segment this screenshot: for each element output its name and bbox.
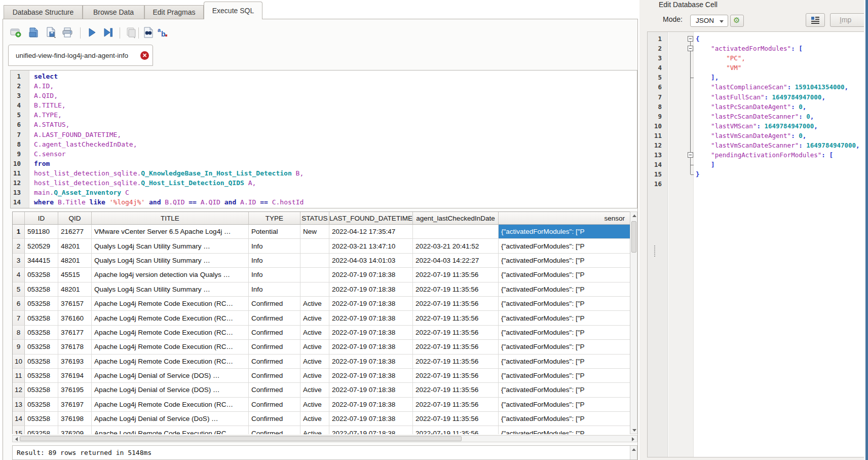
cell-last_found[interactable]: 2022-03-21 13:47:10 [329, 239, 413, 253]
cell-id[interactable]: 053258 [25, 311, 58, 325]
cell-agent_checked[interactable]: 2022-07-19 11:35:56 [413, 369, 499, 383]
cell-status[interactable]: Active [300, 369, 329, 383]
cell-last_found[interactable]: 2022-07-19 07:18:38 [329, 412, 413, 426]
cell-qid[interactable]: 376194 [58, 369, 92, 383]
cell-agent_checked[interactable]: 2022-07-19 11:35:56 [413, 340, 499, 354]
cell-sensor[interactable]: {"activatedForModules": ["P [499, 268, 630, 282]
cell-status[interactable]: Active [300, 340, 329, 354]
cell-qid[interactable]: 376195 [58, 383, 92, 397]
cell-status[interactable]: Active [300, 412, 329, 426]
apply-button[interactable]: ⚙ [730, 15, 744, 27]
cell-last_found[interactable]: 2022-07-19 07:18:38 [329, 297, 413, 311]
cell-title[interactable]: Apache Log4j Remote Code Execution (RC… [92, 398, 249, 412]
row-header[interactable]: 10 [13, 355, 25, 369]
scroll-right-icon[interactable] [632, 437, 634, 441]
cell-agent_checked[interactable]: 2022-07-19 11:35:56 [413, 398, 499, 412]
cell-type[interactable]: Potential [249, 225, 300, 239]
open-sql-file-icon[interactable] [28, 26, 40, 39]
cell-sensor[interactable]: {"activatedForModules": ["P [499, 383, 630, 397]
cell-type[interactable]: Confirmed [249, 398, 300, 412]
cell-type[interactable]: Confirmed [249, 297, 300, 311]
auto-complete-icon[interactable]: ab [156, 26, 168, 39]
cell-id[interactable]: 053258 [25, 398, 58, 412]
cell-title[interactable]: Qualys Log4j Scan Utility Summary … [92, 254, 249, 268]
tab-database-structure[interactable]: Database Structure [4, 5, 83, 19]
result-box-scrollbar[interactable] [630, 446, 637, 459]
cell-title[interactable]: Qualys Log4j Scan Utility Summary … [92, 239, 249, 253]
row-header[interactable]: 15 [13, 426, 25, 434]
cell-type[interactable]: Info [249, 239, 300, 253]
cell-status[interactable]: Active [300, 311, 329, 325]
cell-type[interactable]: Confirmed [249, 426, 300, 434]
cell-agent_checked[interactable]: 2022-07-19 11:35:56 [413, 426, 499, 434]
scroll-up-icon[interactable] [632, 215, 636, 217]
cell-last_found[interactable]: 2022-07-19 07:18:38 [329, 326, 413, 340]
cell-id[interactable]: 344415 [25, 254, 58, 268]
row-header[interactable]: 8 [13, 326, 25, 340]
cell-agent_checked[interactable]: 2022-07-19 11:35:56 [413, 355, 499, 369]
cell-type[interactable]: Info [249, 254, 300, 268]
cell-sensor[interactable]: {"activatedForModules": ["P [499, 282, 630, 297]
results-vscroll-thumb[interactable] [631, 221, 636, 253]
cell-title[interactable]: Apache Log4j Remote Code Execution (RC… [92, 297, 249, 311]
mode-combobox[interactable]: JSON [690, 15, 728, 27]
cell-title[interactable]: Apache Log4j Remote Code Execution (RC… [92, 426, 249, 434]
cell-sensor[interactable]: {"activatedForModules": ["P [499, 311, 630, 325]
column-header-rownum[interactable] [13, 212, 25, 225]
cell-title[interactable]: Apache Log4j Remote Code Execution (RC… [92, 340, 249, 354]
close-icon[interactable]: ✕ [140, 51, 149, 60]
cell-agent_checked[interactable]: 2022-07-19 11:35:56 [413, 412, 499, 426]
text-format-button[interactable] [806, 13, 825, 27]
row-header[interactable]: 13 [13, 398, 25, 412]
cell-agent_checked[interactable]: 2022-07-19 11:35:56 [413, 268, 499, 282]
cell-last_found[interactable]: 2022-07-19 07:18:38 [329, 369, 413, 383]
cell-last_found[interactable]: 2022-04-12 17:35:47 [329, 225, 413, 239]
cell-qid[interactable]: 376209 [58, 426, 92, 434]
row-header[interactable]: 9 [13, 340, 25, 354]
cell-sensor[interactable]: {"activatedForModules": ["P [499, 355, 630, 369]
cell-last_found[interactable]: 2022-04-03 14:01:03 [329, 254, 413, 268]
cell-sensor[interactable]: {"activatedForModules": ["P [499, 412, 630, 426]
results-vertical-scrollbar[interactable] [630, 211, 637, 434]
row-header[interactable]: 11 [13, 369, 25, 383]
execute-all-icon[interactable] [86, 26, 98, 39]
cell-sensor[interactable]: {"activatedForModules": ["P [499, 340, 630, 354]
column-header-qid[interactable]: QID [58, 212, 92, 225]
cell-qid[interactable]: 376178 [58, 340, 92, 354]
cell-id[interactable]: 591180 [25, 225, 58, 239]
cell-sensor[interactable]: {"activatedForModules": ["P [499, 225, 630, 239]
cell-agent_checked[interactable]: 2022-03-21 20:41:52 [413, 239, 499, 253]
cell-id[interactable]: 053258 [25, 282, 58, 297]
cell-last_found[interactable]: 2022-07-19 07:18:38 [329, 355, 413, 369]
cell-sensor[interactable]: {"activatedForModules": ["P [499, 426, 630, 434]
tab-browse-data[interactable]: Browse Data [83, 5, 144, 19]
import-button[interactable]: Imp [830, 13, 868, 27]
cell-id[interactable]: 053258 [25, 383, 58, 397]
cell-sensor[interactable]: {"activatedForModules": ["P [499, 398, 630, 412]
new-sql-tab-icon[interactable] [10, 26, 22, 39]
cell-last_found[interactable]: 2022-07-19 07:18:38 [329, 268, 413, 282]
sql-editor[interactable]: 1select2A.ID,3A.QID,4B.TITLE,5A.TYPE,6A.… [10, 70, 637, 208]
cell-status[interactable]: Active [300, 426, 329, 434]
cell-status[interactable]: Active [300, 398, 329, 412]
column-header-id[interactable]: ID [25, 212, 58, 225]
cell-type[interactable]: Info [249, 268, 300, 282]
cell-agent_checked[interactable]: 2022-07-19 11:35:56 [413, 326, 499, 340]
cell-agent_checked[interactable]: 2022-07-19 11:35:56 [413, 311, 499, 325]
row-header[interactable]: 1 [13, 225, 25, 239]
save-sql-file-icon[interactable] [45, 26, 57, 39]
cell-qid[interactable]: 376157 [58, 297, 92, 311]
scroll-up-icon[interactable] [632, 448, 636, 451]
cell-qid[interactable]: 48201 [58, 239, 92, 253]
cell-type[interactable]: Confirmed [249, 340, 300, 354]
results-hscroll-thumb[interactable] [20, 436, 462, 441]
results-horizontal-scrollbar[interactable] [12, 435, 637, 442]
cell-id[interactable]: 053258 [25, 355, 58, 369]
row-header[interactable]: 4 [13, 268, 25, 282]
cell-json-editor[interactable]: 1{2 "activatedForModules": [3 "PC",4 "VM… [647, 31, 864, 457]
column-header-sensor[interactable]: sensor [499, 212, 630, 225]
cell-status[interactable]: Active [300, 355, 329, 369]
cell-type[interactable]: Info [249, 282, 300, 297]
cell-id[interactable]: 053258 [25, 326, 58, 340]
column-header-last_found_datetime[interactable]: LAST_FOUND_DATETIME [329, 212, 413, 225]
